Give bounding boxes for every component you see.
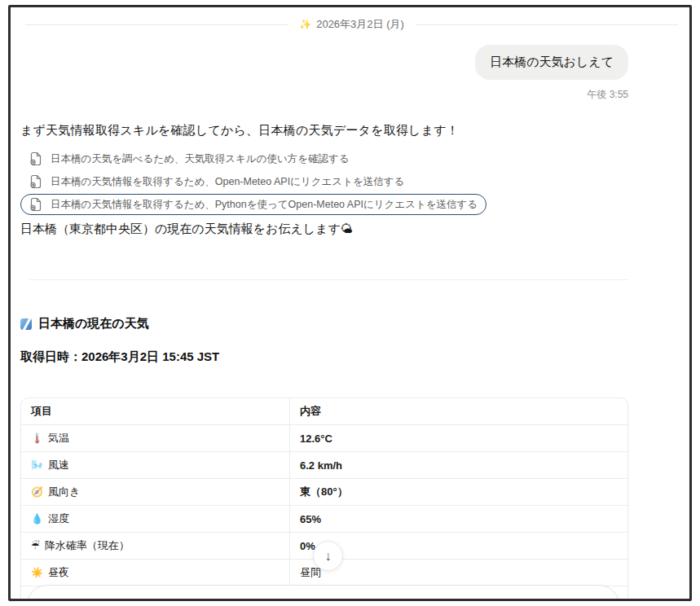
row-item-label: 降水確率（現在） [45,539,130,551]
table-row: 🌬️風速 6.2 km/h [21,452,627,479]
assistant-lead-text: 日本橋（東京都中央区）の現在の天気情報をお伝えします🌤 [20,222,628,237]
tool-call-list: 日本橋の天気を調べるため、天気取得スキルの使い方を確認する 日本橋の天気情報を取… [20,148,628,215]
row-item-cell: ☀️昼夜 [21,560,290,586]
table-row: 🌡️気温 12.6°C [21,425,627,452]
scroll-to-bottom-button[interactable]: ↓ [313,541,343,571]
table-header-row: 項目 内容 [21,398,627,425]
weather-icon [20,318,32,330]
row-icon: ☀️ [31,567,43,578]
row-icon: 💧 [31,513,43,525]
file-gear-icon [29,174,42,189]
row-item-label: 気温 [48,432,69,444]
row-icon: ☔ [31,540,40,551]
col-header-item: 項目 [21,398,290,425]
date-label: 2026年3月2日 (月) [316,17,404,32]
row-value: 東（80°） [290,479,627,506]
row-item-cell: ☔降水確率（現在） [21,533,290,560]
table-row: 🧭風向き 東（80°） [21,479,627,506]
weather-table-body: 🌡️気温 12.6°C 🌬️風速 6.2 km/h 🧭風向き [21,425,627,601]
tool-call-label: 日本橋の天気情報を取得するため、Open-Meteo APIにリクエストを送信す… [51,175,404,189]
tool-call-row[interactable]: 日本橋の天気情報を取得するため、Open-Meteo APIにリクエストを送信す… [20,171,413,192]
message-divider [29,279,628,280]
date-separator: ✨ 2026年3月2日 (月) [25,17,678,32]
tool-call-label: 日本橋の天気を調べるため、天気取得スキルの使い方を確認する [51,152,350,166]
row-item-label: 風向き [48,485,80,498]
separator-line [25,24,288,25]
col-header-value: 内容 [290,398,627,425]
row-icon: 🌡️ [31,433,43,444]
user-message-bubble: 日本橋の天気おしえて [475,45,628,80]
message-timestamp: 午後 3:55 [20,88,628,102]
row-item-label: 湿度 [48,512,69,525]
table-row: 💧湿度 65% [21,506,627,533]
sparkles-icon: ✨ [299,19,311,30]
assistant-intro-text: まず天気情報取得スキルを確認してから、日本橋の天気データを取得します！ [20,123,628,138]
row-value: 12.6°C [290,425,627,452]
weather-section-title: 日本橋の現在の天気 [20,316,628,332]
separator-line [416,24,678,25]
file-gear-icon [29,197,42,212]
tool-call-row[interactable]: 日本橋の天気情報を取得するため、Pythonを使ってOpen-Meteo API… [20,194,486,215]
row-item-cell: 🧭風向き [21,479,290,506]
row-item-label: 風速 [48,459,69,471]
section-title-label: 日本橋の現在の天気 [38,316,149,332]
row-icon: 🌬️ [31,459,43,471]
row-value: 6.2 km/h [290,452,627,479]
fetched-at: 取得日時：2026年3月2日 15:45 JST [20,349,628,365]
row-item-cell: 🌬️風速 [21,452,290,479]
tool-call-label: 日本橋の天気情報を取得するため、Pythonを使ってOpen-Meteo API… [51,198,478,212]
row-value: 65% [290,506,627,533]
tool-call-row[interactable]: 日本橋の天気を調べるため、天気取得スキルの使い方を確認する [20,148,359,169]
file-gear-icon [29,152,42,166]
chat-window: ✨ 2026年3月2日 (月) 日本橋の天気おしえて 午後 3:55 まず天気情… [8,5,692,601]
row-item-label: 昼夜 [48,566,69,578]
row-icon: 🧭 [31,486,43,498]
row-item-cell: 💧湿度 [21,506,290,533]
down-arrow-icon: ↓ [325,549,332,564]
row-item-cell: 🌡️気温 [21,425,290,452]
